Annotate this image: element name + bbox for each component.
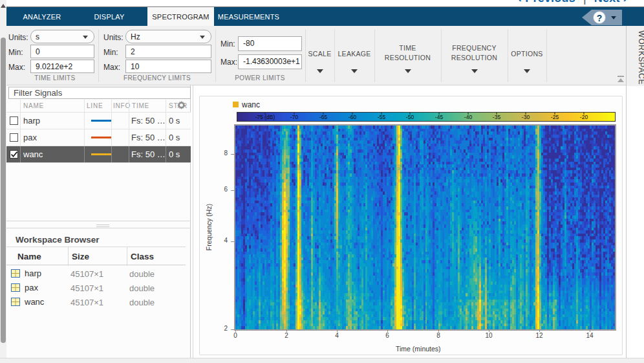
svg-text:WORKSPACE: WORKSPACE bbox=[637, 30, 644, 85]
